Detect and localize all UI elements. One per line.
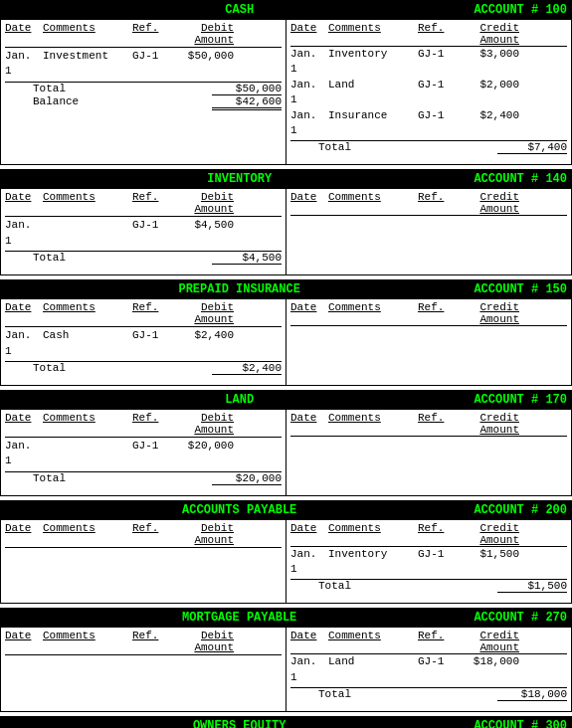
credit-row: Jan. 1 Land GJ-1 $18,000	[290, 654, 567, 685]
debit-amount-header: Debit Amount	[164, 412, 234, 436]
row-comments: Investment	[43, 49, 132, 80]
comments-header: Comments	[43, 522, 132, 546]
credit-amount-header: Credit Amount	[450, 191, 519, 215]
credit-total-row: Total $1,500	[290, 579, 567, 593]
credit-side: Date Comments Ref. Credit Amount Jan. 1 …	[286, 20, 571, 164]
date-header: Date	[5, 301, 43, 325]
row-date-right: Jan. 1	[290, 654, 328, 685]
ledger-body: Date Comments Ref. Debit Amount Jan. 1 I…	[1, 19, 571, 164]
row-date-right: Jan. 1	[290, 108, 328, 139]
comments-header-right: Comments	[328, 412, 418, 436]
right-col-headers: Date Comments Ref. Credit Amount	[290, 301, 567, 326]
ledger-header: OWNERS EQUITY ACCOUNT # 300	[1, 717, 571, 728]
right-col-headers: Date Comments Ref. Credit Amount	[290, 522, 567, 547]
row-ref: GJ-1	[132, 328, 164, 359]
debit-row: Jan. 1 Cash GJ-1 $2,400	[5, 328, 282, 359]
credit-amount-header: Credit Amount	[450, 301, 519, 325]
row-ref: GJ-1	[132, 218, 164, 249]
credit-side: Date Comments Ref. Credit Amount	[286, 299, 571, 385]
account-number: ACCOUNT # 140	[474, 172, 567, 186]
debit-amount-header: Debit Amount	[164, 522, 234, 546]
credit-amount-header: Credit Amount	[450, 412, 519, 436]
row-comments	[43, 218, 132, 249]
ledger-section-5: MORTGAGE PAYABLE ACCOUNT # 270 Date Comm…	[0, 608, 572, 712]
ledger-body: Date Comments Ref. Debit Amount Date Com…	[1, 519, 571, 604]
date-header-right: Date	[290, 412, 328, 436]
ref-header: Ref.	[132, 630, 164, 653]
total-amount: $4,500	[212, 252, 282, 265]
debit-side: Date Comments Ref. Debit Amount Jan. 1 G…	[1, 410, 286, 495]
debit-row: Jan. 1 Investment GJ-1 $50,000	[5, 49, 282, 80]
account-number: ACCOUNT # 200	[474, 503, 567, 517]
account-number: ACCOUNT # 170	[474, 393, 567, 407]
account-number: ACCOUNT # 150	[474, 282, 567, 296]
row-amount-right: $18,000	[450, 654, 519, 685]
comments-header-right: Comments	[328, 191, 418, 215]
row-ref-right: GJ-1	[418, 654, 450, 685]
comments-header: Comments	[43, 301, 132, 325]
debit-side: Date Comments Ref. Debit Amount Jan. 1 G…	[1, 189, 286, 274]
debit-total-row: Total $2,400	[5, 361, 282, 375]
right-total-amount: $1,500	[497, 580, 567, 593]
credit-side: Date Comments Ref. Credit Amount Jan. 1 …	[286, 628, 571, 711]
debit-row: Jan. 1 GJ-1 $4,500	[5, 218, 282, 249]
row-ref: GJ-1	[132, 49, 164, 80]
ref-header: Ref.	[132, 22, 164, 46]
right-col-headers: Date Comments Ref. Credit Amount	[290, 630, 567, 654]
account-title: CASH	[5, 3, 474, 17]
left-col-headers: Date Comments Ref. Debit Amount	[5, 522, 282, 548]
row-amount-right: $3,000	[450, 47, 519, 78]
row-amount-right: $1,500	[450, 547, 519, 578]
date-header: Date	[5, 630, 43, 653]
row-ref: GJ-1	[132, 439, 164, 469]
account-title: LAND	[5, 393, 474, 407]
ledger-body: Date Comments Ref. Debit Amount Jan. 1 C…	[1, 298, 571, 385]
total-amount: $2,400	[212, 362, 282, 375]
credit-side: Date Comments Ref. Credit Amount Jan. 1 …	[286, 520, 571, 604]
ledger-body: Date Comments Ref. Debit Amount Jan. 1 G…	[1, 409, 571, 495]
debit-side: Date Comments Ref. Debit Amount	[1, 520, 286, 604]
ref-header-right: Ref.	[418, 191, 450, 215]
credit-side: Date Comments Ref. Credit Amount	[286, 410, 571, 495]
ledger-section-4: ACCOUNTS PAYABLE ACCOUNT # 200 Date Comm…	[0, 500, 572, 605]
account-title: ACCOUNTS PAYABLE	[5, 503, 474, 517]
right-total-label: Total	[290, 141, 497, 154]
date-header: Date	[5, 412, 43, 436]
date-header-right: Date	[290, 630, 328, 653]
debit-amount-header: Debit Amount	[164, 22, 234, 46]
ledger-section-0: CASH ACCOUNT # 100 Date Comments Ref. De…	[0, 0, 572, 165]
account-number: ACCOUNT # 270	[474, 611, 567, 625]
comments-header-right: Comments	[328, 522, 418, 546]
row-date: Jan. 1	[5, 328, 43, 359]
ledger-header: CASH ACCOUNT # 100	[1, 1, 571, 19]
debit-total-row: Total $50,000	[5, 82, 282, 95]
debit-side: Date Comments Ref. Debit Amount Jan. 1 I…	[1, 20, 286, 164]
debit-side: Date Comments Ref. Debit Amount Jan. 1 C…	[1, 299, 286, 385]
credit-amount-header: Credit Amount	[450, 522, 519, 546]
left-col-headers: Date Comments Ref. Debit Amount	[5, 22, 282, 48]
account-title: PREPAID INSURANCE	[5, 282, 474, 296]
ledger-section-3: LAND ACCOUNT # 170 Date Comments Ref. De…	[0, 390, 572, 496]
date-header: Date	[5, 522, 43, 546]
row-comments: Cash	[43, 328, 132, 359]
credit-total-row: Total $7,400	[290, 140, 567, 154]
right-total-amount: $7,400	[497, 141, 567, 154]
comments-header-right: Comments	[328, 301, 418, 325]
right-total-label: Total	[290, 688, 497, 701]
ref-header-right: Ref.	[418, 522, 450, 546]
row-date: Jan. 1	[5, 49, 43, 80]
account-title: OWNERS EQUITY	[5, 719, 474, 728]
ledger-body: Date Comments Ref. Debit Amount Date Com…	[1, 627, 571, 711]
account-title: INVENTORY	[5, 172, 474, 186]
credit-row: Jan. 1 Inventory GJ-1 $3,000	[290, 47, 567, 78]
ledger-section-6: OWNERS EQUITY ACCOUNT # 300 Date Comment…	[0, 716, 572, 728]
ledger-header: LAND ACCOUNT # 170	[1, 391, 571, 409]
ref-header: Ref.	[132, 191, 164, 215]
row-date: Jan. 1	[5, 439, 43, 469]
ledger-section-1: INVENTORY ACCOUNT # 140 Date Comments Re…	[0, 169, 572, 275]
comments-header-right: Comments	[328, 630, 418, 653]
left-col-headers: Date Comments Ref. Debit Amount	[5, 412, 282, 438]
credit-row: Jan. 1 Insurance GJ-1 $2,400	[290, 108, 567, 139]
debit-total-row: Total $4,500	[5, 251, 282, 265]
balance-label: Balance	[5, 95, 212, 110]
